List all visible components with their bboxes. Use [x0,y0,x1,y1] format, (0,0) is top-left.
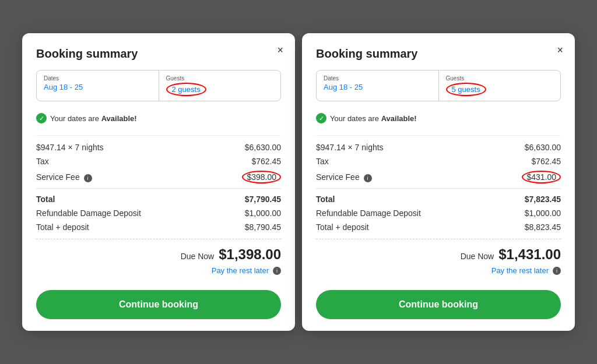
pay-later-label-1: Pay the rest later [212,266,269,275]
total-deposit-label-1: Total + deposit [36,222,89,232]
close-button-2[interactable]: × [554,43,566,58]
nightly-row-2: $947.14 × 7 nights $6,630.00 [316,143,561,152]
pay-later-info-icon-2[interactable]: i [553,267,561,275]
dates-cell-1[interactable]: Dates Aug 18 - 25 [37,70,159,101]
service-fee-info-icon-2[interactable]: i [364,174,372,182]
dates-label-1: Dates [44,75,152,82]
guests-value-1: 2 guests [166,83,206,96]
continue-button-1[interactable]: Continue booking [36,290,281,319]
booking-info-box-1: Dates Aug 18 - 25 Guests 2 guests [36,70,281,101]
due-now-row-1: Due Now $1,398.00 [36,246,281,263]
tax-amount-2: $762.45 [531,157,561,166]
deposit-amount-2: $1,000.00 [525,208,561,218]
tax-label-1: Tax [36,157,49,166]
tax-amount-1: $762.45 [251,157,281,166]
booking-modal-1: × Booking summary Dates Aug 18 - 25 Gues… [22,33,295,331]
pay-later-row-2[interactable]: Pay the rest later i [316,266,561,275]
check-icon-1: ✓ [36,113,47,123]
guests-label-2: Guests [446,75,554,82]
tax-row-1: Tax $762.45 [36,157,281,166]
service-fee-amount-1: $398.00 [242,171,281,183]
total-amount-1: $7,790.45 [245,195,281,204]
dates-cell-2[interactable]: Dates Aug 18 - 25 [317,70,439,101]
due-now-label-2: Due Now [461,252,494,261]
guests-cell-2[interactable]: Guests 5 guests [439,70,561,101]
total-deposit-label-2: Total + deposit [316,222,369,232]
due-now-row-2: Due Now $1,431.00 [316,246,561,263]
modal-title-1: Booking summary [36,47,281,61]
total-amount-2: $7,823.45 [525,195,561,204]
dates-label-2: Dates [324,75,431,82]
nightly-row-1: $947.14 × 7 nights $6,630.00 [36,143,281,152]
nightly-amount-2: $6,630.00 [525,143,561,152]
price-rows-2: $947.14 × 7 nights $6,630.00 Tax $762.45… [316,135,561,232]
due-now-amount-2: $1,431.00 [498,246,561,263]
pay-later-row-1[interactable]: Pay the rest later i [36,266,281,275]
total-label-1: Total [36,195,55,204]
dates-value-1: Aug 18 - 25 [44,83,152,91]
price-rows-1: $947.14 × 7 nights $6,630.00 Tax $762.45… [36,135,281,232]
due-now-label-1: Due Now [181,252,215,261]
tax-label-2: Tax [316,157,329,166]
availability-text-1: Your dates are Available! [50,114,137,123]
nightly-amount-1: $6,630.00 [245,143,281,152]
total-label-2: Total [316,195,335,204]
service-fee-label-1: Service Fee i [36,172,92,182]
guests-value-2: 5 guests [446,83,486,96]
service-fee-amount-2: $431.00 [522,171,561,183]
deposit-amount-1: $1,000.00 [245,208,281,218]
availability-row-1: ✓ Your dates are Available! [36,108,281,128]
total-deposit-amount-2: $8,823.45 [525,222,561,232]
check-icon-2: ✓ [316,113,326,123]
tax-row-2: Tax $762.45 [316,157,561,166]
total-row-2: Total $7,823.45 [316,188,561,204]
close-button-1[interactable]: × [275,43,286,58]
deposit-row-1: Refundable Damage Deposit $1,000.00 [36,208,281,218]
dates-value-2: Aug 18 - 25 [324,83,431,91]
nightly-label-2: $947.14 × 7 nights [316,143,384,152]
booking-modal-2: × Booking summary Dates Aug 18 - 25 Gues… [302,33,575,331]
total-row-1: Total $7,790.45 [36,188,281,204]
deposit-row-2: Refundable Damage Deposit $1,000.00 [316,208,561,218]
guests-label-1: Guests [166,75,274,82]
total-deposit-row-2: Total + deposit $8,823.45 [316,222,561,232]
guests-cell-1[interactable]: Guests 2 guests [159,70,281,101]
availability-text-2: Your dates are Available! [330,114,417,123]
total-deposit-row-1: Total + deposit $8,790.45 [36,222,281,232]
nightly-label-1: $947.14 × 7 nights [36,143,104,152]
pay-later-info-icon-1[interactable]: i [273,267,281,275]
pay-later-label-2: Pay the rest later [491,266,549,275]
divider-1 [36,239,281,239]
deposit-label-2: Refundable Damage Deposit [316,208,421,218]
service-fee-label-2: Service Fee i [316,172,372,182]
due-now-amount-1: $1,398.00 [219,246,281,263]
service-fee-row-1: Service Fee i $398.00 [36,171,281,183]
booking-info-box-2: Dates Aug 18 - 25 Guests 5 guests [316,70,561,101]
modal-title-2: Booking summary [316,47,561,61]
service-fee-info-icon-1[interactable]: i [84,174,92,182]
availability-row-2: ✓ Your dates are Available! [316,108,561,128]
deposit-label-1: Refundable Damage Deposit [36,208,141,218]
total-deposit-amount-1: $8,790.45 [245,222,281,232]
continue-button-2[interactable]: Continue booking [316,290,561,319]
divider-2 [316,239,561,239]
service-fee-row-2: Service Fee i $431.00 [316,171,561,183]
